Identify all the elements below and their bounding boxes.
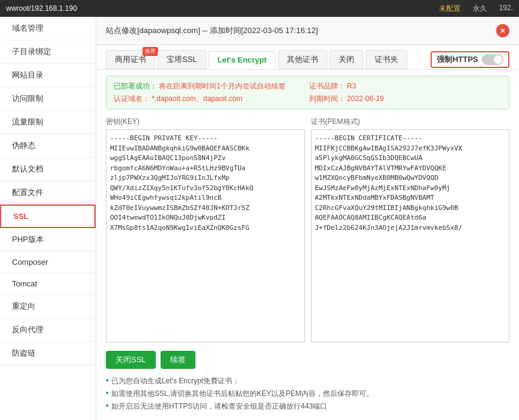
cert-domain: 认证域名： *.dapaoit.com、dapaoit.com bbox=[114, 94, 307, 104]
key-box: 密钥(KEY) -----BEGIN PRIVATE KEY----- MIIE… bbox=[106, 117, 305, 342]
success-status: 已部署成功： 将在距离到期时间1个月内尝试自动续签 bbox=[114, 81, 307, 91]
tab-baota[interactable]: 宝塔SSL bbox=[158, 50, 206, 69]
tab-other[interactable]: 其他证书 bbox=[278, 50, 327, 69]
cert-textarea[interactable]: -----BEGIN CERTIFICATE----- MIIFKjCCBBKg… bbox=[311, 129, 510, 342]
tab-letsencrypt[interactable]: Let's Encrypt bbox=[209, 51, 276, 69]
sidebar-item-sitedir[interactable]: 网站目录 bbox=[0, 64, 96, 87]
sidebar-item-pseudo[interactable]: 伪静态 bbox=[0, 134, 96, 158]
sidebar-item-reverse[interactable]: 反向代理 bbox=[0, 318, 96, 342]
content-area: 站点修改[dapaowpsql.com] -- 添加时间[2022-03-05 … bbox=[96, 17, 519, 420]
https-toggle-label: 强制HTTPS bbox=[437, 54, 478, 65]
renew-button[interactable]: 续签 bbox=[161, 351, 195, 369]
sidebar-item-php[interactable]: PHP版本 bbox=[0, 228, 96, 252]
key-label: 密钥(KEY) bbox=[106, 117, 305, 127]
key-textarea[interactable]: -----BEGIN PRIVATE KEY----- MIIEvwIBADAN… bbox=[106, 129, 305, 342]
top-bar-right: 未配置 永久 192. bbox=[439, 4, 513, 14]
success-banner: 已部署成功： 将在距离到期时间1个月内尝试自动续签 证书品牌： R3 认证域名：… bbox=[106, 76, 509, 110]
status-label: 未配置 bbox=[439, 4, 461, 14]
sidebar-item-traffic[interactable]: 流量限制 bbox=[0, 111, 96, 134]
cert-expire: 到期时间： 2022-06-19 bbox=[309, 94, 502, 104]
https-toggle-switch[interactable] bbox=[482, 54, 503, 65]
dialog: 站点修改[dapaowpsql.com] -- 添加时间[2022-03-05 … bbox=[96, 17, 519, 420]
address-label: wwroot/192.168.1.190 bbox=[6, 4, 77, 13]
cert-brand: 证书品牌： R3 bbox=[309, 81, 502, 91]
dialog-title-text: 站点修改[dapaowpsql.com] -- 添加时间[2022-03-05 … bbox=[106, 25, 318, 36]
duration-label: 永久 bbox=[473, 4, 487, 14]
close-ssl-button[interactable]: 关闭SSL bbox=[106, 351, 156, 369]
dialog-title: 站点修改[dapaowpsql.com] -- 添加时间[2022-03-05 … bbox=[96, 17, 519, 45]
main-container: 域名管理 子目录绑定 网站目录 访问限制 流量限制 伪静态 默认文档 配置文件 … bbox=[0, 17, 519, 420]
note-3: 如开启后无法使用HTTPS访问，请检查安全组是否正确放行443端口 bbox=[106, 401, 509, 412]
sidebar-item-default[interactable]: 默认文档 bbox=[0, 158, 96, 181]
cert-label: 证书(PEM格式) bbox=[311, 117, 510, 127]
key-cert-row: 密钥(KEY) -----BEGIN PRIVATE KEY----- MIIE… bbox=[96, 113, 519, 346]
sidebar-item-access[interactable]: 访问限制 bbox=[0, 87, 96, 111]
https-toggle-container: 强制HTTPS bbox=[431, 51, 509, 68]
notes-section: 已为您自动生成Let's Encrypt免费证书； 如需使用其他SSL,请切换其… bbox=[96, 374, 519, 420]
tabs-row: 商用证书 推荐 宝塔SSL Let's Encrypt 其他证书 关闭 证书夹 bbox=[96, 45, 519, 70]
note-2: 如需使用其他SSL,请切换其他证书后粘贴您的KEY以及PEM内容，然后保存即可。 bbox=[106, 389, 509, 399]
action-buttons: 关闭SSL 续签 bbox=[96, 346, 519, 374]
tab-certfolder[interactable]: 证书夹 bbox=[366, 50, 407, 69]
cert-box: 证书(PEM格式) -----BEGIN CERTIFICATE----- MI… bbox=[311, 117, 510, 342]
sidebar: 域名管理 子目录绑定 网站目录 访问限制 流量限制 伪静态 默认文档 配置文件 … bbox=[0, 17, 96, 420]
sidebar-item-composer[interactable]: Composer bbox=[0, 252, 96, 273]
tab-badge-business: 推荐 bbox=[143, 47, 158, 56]
sidebar-item-hotlink[interactable]: 防盗链 bbox=[0, 342, 96, 365]
tab-close[interactable]: 关闭 bbox=[330, 50, 363, 69]
note-1: 已为您自动生成Let's Encrypt免费证书； bbox=[106, 376, 509, 386]
ip-label: 192. bbox=[499, 4, 513, 14]
sidebar-item-subdir[interactable]: 子目录绑定 bbox=[0, 40, 96, 64]
sidebar-item-domain[interactable]: 域名管理 bbox=[0, 17, 96, 40]
sidebar-item-tomcat[interactable]: Tomcat bbox=[0, 273, 96, 295]
top-bar: wwroot/192.168.1.190 未配置 永久 192. bbox=[0, 0, 519, 17]
close-dialog-button[interactable]: × bbox=[496, 24, 509, 37]
sidebar-item-config[interactable]: 配置文件 bbox=[0, 181, 96, 205]
sidebar-item-ssl[interactable]: SSL bbox=[0, 205, 96, 228]
sidebar-item-redirect[interactable]: 重定向 bbox=[0, 295, 96, 318]
tab-business[interactable]: 商用证书 推荐 bbox=[106, 50, 155, 69]
